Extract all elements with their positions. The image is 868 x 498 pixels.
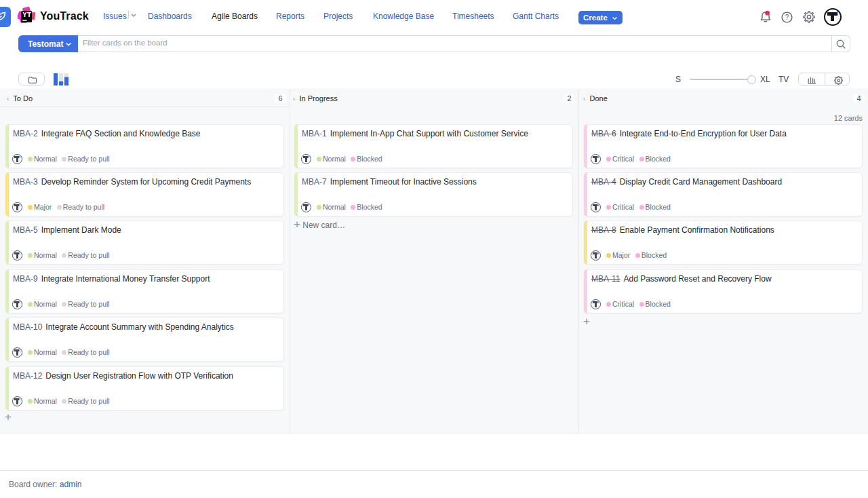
svg-text:?: ? [785, 14, 789, 21]
